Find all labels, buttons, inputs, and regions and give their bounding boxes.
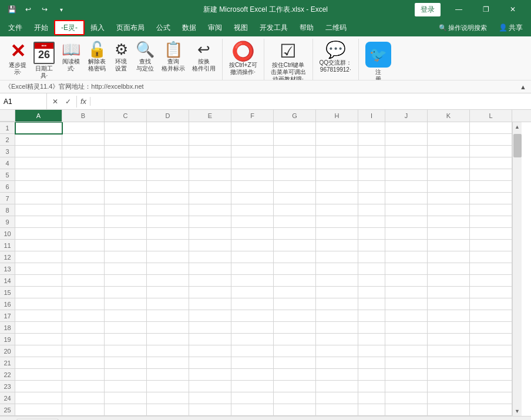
cell-J2[interactable] — [385, 134, 428, 146]
cell-I11[interactable] — [358, 240, 385, 251]
cell-D6[interactable] — [147, 181, 189, 193]
cell-K9[interactable] — [428, 216, 470, 228]
cell-E14[interactable] — [189, 275, 231, 287]
row-header-16[interactable]: 16 — [0, 298, 15, 310]
cell-I21[interactable] — [358, 357, 385, 369]
cell-I16[interactable] — [358, 298, 385, 310]
cell-K19[interactable] — [428, 334, 470, 345]
cell-K24[interactable] — [428, 392, 470, 404]
cell-B14[interactable] — [62, 275, 105, 287]
cell-G16[interactable] — [274, 298, 316, 310]
cell-C14[interactable] — [105, 275, 147, 287]
save-button[interactable]: 💾 — [5, 2, 19, 16]
row-header-19[interactable]: 19 — [0, 334, 15, 345]
cell-H22[interactable] — [316, 369, 358, 381]
cell-L10[interactable] — [470, 228, 512, 240]
cell-E24[interactable] — [189, 392, 231, 404]
cell-L16[interactable] — [470, 298, 512, 310]
qq-group-button[interactable]: 💬 QQ交流群：967819912· — [317, 40, 355, 79]
cell-F12[interactable] — [231, 251, 274, 263]
cell-A14[interactable] — [15, 275, 62, 287]
cell-G24[interactable] — [274, 392, 316, 404]
cell-J23[interactable] — [385, 381, 428, 392]
row-header-6[interactable]: 6 — [0, 181, 15, 193]
cell-D22[interactable] — [147, 369, 189, 381]
cell-E2[interactable] — [189, 134, 231, 146]
cell-E7[interactable] — [189, 193, 231, 204]
cell-B21[interactable] — [62, 357, 105, 369]
cell-J19[interactable] — [385, 334, 428, 345]
cell-I6[interactable] — [358, 181, 385, 193]
cell-G10[interactable] — [274, 228, 316, 240]
scroll-up-button[interactable]: ▲ — [513, 122, 522, 132]
col-header-H[interactable]: H — [316, 110, 358, 122]
cell-D3[interactable] — [147, 146, 189, 157]
cell-G9[interactable] — [274, 216, 316, 228]
cell-C23[interactable] — [105, 381, 147, 392]
restore-button[interactable]: ❐ — [472, 0, 499, 19]
cell-D19[interactable] — [147, 334, 189, 345]
cell-C20[interactable] — [105, 345, 147, 357]
redo-button[interactable]: ↪ — [38, 2, 52, 16]
col-header-B[interactable]: B — [62, 110, 105, 122]
cell-L9[interactable] — [470, 216, 512, 228]
cell-A17[interactable] — [15, 310, 62, 322]
cell-J1[interactable] — [385, 122, 428, 134]
cell-H15[interactable] — [316, 287, 358, 298]
cell-I3[interactable] — [358, 146, 385, 157]
row-header-9[interactable]: 9 — [0, 216, 15, 228]
cell-A9[interactable] — [15, 216, 62, 228]
cell-K13[interactable] — [428, 263, 470, 275]
cell-K21[interactable] — [428, 357, 470, 369]
cell-J5[interactable] — [385, 169, 428, 181]
scroll-track[interactable] — [513, 132, 522, 406]
cell-J10[interactable] — [385, 228, 428, 240]
cell-B1[interactable] — [62, 122, 105, 134]
cell-K4[interactable] — [428, 157, 470, 169]
row-header-23[interactable]: 23 — [0, 381, 15, 392]
cell-H21[interactable] — [316, 357, 358, 369]
cell-L2[interactable] — [470, 134, 512, 146]
cell-D17[interactable] — [147, 310, 189, 322]
cell-H12[interactable] — [316, 251, 358, 263]
cell-H13[interactable] — [316, 263, 358, 275]
cell-J11[interactable] — [385, 240, 428, 251]
cell-A15[interactable] — [15, 287, 62, 298]
search-operations[interactable]: 🔍操作说明搜索 — [433, 20, 493, 35]
cell-F23[interactable] — [231, 381, 274, 392]
cell-C8[interactable] — [105, 204, 147, 216]
cell-F9[interactable] — [231, 216, 274, 228]
cell-H7[interactable] — [316, 193, 358, 204]
row-header-12[interactable]: 12 — [0, 251, 15, 263]
cell-H20[interactable] — [316, 345, 358, 357]
cell-D9[interactable] — [147, 216, 189, 228]
cell-B8[interactable] — [62, 204, 105, 216]
cell-B20[interactable] — [62, 345, 105, 357]
menu-formulas[interactable]: 公式 — [150, 20, 176, 35]
cell-K6[interactable] — [428, 181, 470, 193]
cell-F15[interactable] — [231, 287, 274, 298]
login-button[interactable]: 登录 — [415, 3, 441, 16]
cell-D10[interactable] — [147, 228, 189, 240]
cell-E17[interactable] — [189, 310, 231, 322]
cell-G6[interactable] — [274, 181, 316, 193]
row-header-8[interactable]: 8 — [0, 204, 15, 216]
cell-L22[interactable] — [470, 369, 512, 381]
cell-K10[interactable] — [428, 228, 470, 240]
cell-D1[interactable] — [147, 122, 189, 134]
cell-B9[interactable] — [62, 216, 105, 228]
cell-D24[interactable] — [147, 392, 189, 404]
cell-A21[interactable] — [15, 357, 62, 369]
cell-L4[interactable] — [470, 157, 512, 169]
cell-F21[interactable] — [231, 357, 274, 369]
cell-C11[interactable] — [105, 240, 147, 251]
cell-E4[interactable] — [189, 157, 231, 169]
row-header-18[interactable]: 18 — [0, 322, 15, 334]
fx-button[interactable]: fx — [77, 97, 90, 106]
cell-B13[interactable] — [62, 263, 105, 275]
menu-review[interactable]: 审阅 — [202, 20, 228, 35]
cell-D21[interactable] — [147, 357, 189, 369]
cell-D16[interactable] — [147, 298, 189, 310]
cell-H19[interactable] — [316, 334, 358, 345]
cell-K20[interactable] — [428, 345, 470, 357]
